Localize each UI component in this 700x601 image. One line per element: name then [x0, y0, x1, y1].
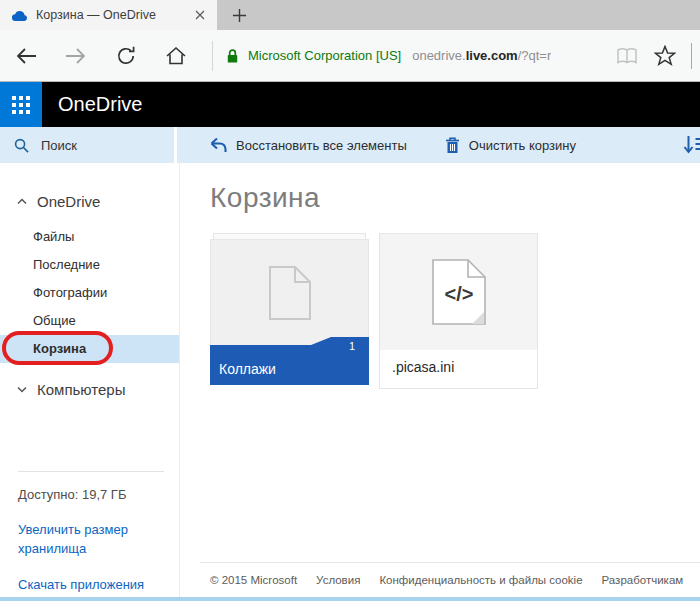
code-file-icon: </>: [431, 258, 487, 326]
site-identity: Microsoft Corporation [US]: [248, 48, 401, 63]
folder-name: Коллажи: [219, 361, 276, 377]
tile-folder-collages[interactable]: 1 Коллажи: [210, 233, 369, 389]
folder-tab-notch: [311, 337, 369, 345]
browser-tab[interactable]: Корзина — OneDrive: [0, 0, 217, 30]
sidebar-item-files[interactable]: Файлы: [0, 223, 179, 251]
empty-bin-button[interactable]: Очистить корзину: [445, 137, 576, 154]
increase-storage-link[interactable]: Увеличить размер хранилища: [18, 521, 164, 559]
sidebar-item-recycle-bin[interactable]: Корзина: [0, 335, 179, 363]
search-input[interactable]: Поиск: [0, 127, 177, 163]
chevron-down-icon: [17, 386, 27, 393]
tile-file-picasa-ini[interactable]: </> .picasa.ini: [379, 233, 538, 389]
sidebar-item-recent[interactable]: Последние: [0, 251, 179, 279]
app-launcher-button[interactable]: [0, 82, 42, 127]
home-button[interactable]: [164, 44, 188, 68]
undo-icon: [209, 137, 227, 154]
onedrive-header: OneDrive: [0, 82, 700, 127]
sort-button[interactable]: [683, 134, 700, 155]
document-placeholder-icon: [268, 265, 312, 321]
sidebar-item-photos[interactable]: Фотографии: [0, 279, 179, 307]
page-title: Корзина: [210, 182, 700, 214]
trash-icon: [445, 137, 460, 154]
footer-developers-link[interactable]: Разработчикам: [602, 574, 684, 586]
browser-tab-bar: Корзина — OneDrive: [0, 0, 700, 30]
main-content: Корзина 1 Коллажи: [180, 163, 700, 601]
svg-text:</>: </>: [444, 283, 473, 305]
file-name: .picasa.ini: [380, 350, 537, 388]
search-placeholder: Поиск: [41, 138, 77, 153]
waffle-grid-icon: [12, 96, 30, 114]
storage-available: Доступно: 19,7 ГБ: [18, 487, 164, 502]
forward-button[interactable]: [64, 44, 88, 68]
page-footer: © 2015 Microsoft Условия Конфиденциально…: [200, 562, 700, 586]
sidebar-divider: [18, 471, 164, 472]
onedrive-cloud-icon: [10, 9, 28, 22]
sidebar-item-shared[interactable]: Общие: [0, 307, 179, 335]
restore-all-button[interactable]: Восстановить все элементы: [209, 137, 407, 154]
url-text: onedrive.live.com/?qt=r: [412, 48, 551, 63]
address-bar[interactable]: Microsoft Corporation [US] onedrive.live…: [213, 47, 615, 65]
search-icon: [14, 138, 29, 153]
folder-item-count: 1: [349, 340, 355, 352]
app-title[interactable]: OneDrive: [58, 93, 142, 116]
footer-terms-link[interactable]: Условия: [316, 574, 360, 586]
tab-title: Корзина — OneDrive: [36, 8, 183, 22]
back-button[interactable]: [14, 44, 38, 68]
favorite-star-icon[interactable]: [654, 45, 676, 67]
lock-icon: [224, 47, 241, 65]
command-bar: Поиск Восстановить все элементы Очистить…: [0, 127, 700, 163]
sidebar-group-computers[interactable]: Компьютеры: [0, 377, 179, 401]
window-bottom-border: [0, 597, 700, 601]
sidebar: OneDrive Файлы Последние Фотографии Общи…: [0, 163, 180, 601]
tab-close-icon[interactable]: [191, 6, 209, 24]
toolbar-separator: [691, 43, 692, 69]
new-tab-button[interactable]: [217, 0, 261, 30]
folder-label-bar: 1 Коллажи: [210, 345, 369, 385]
browser-toolbar: Microsoft Corporation [US] onedrive.live…: [0, 30, 700, 82]
footer-privacy-link[interactable]: Конфиденциальность и файлы cookie: [379, 574, 582, 586]
reading-view-icon[interactable]: [615, 46, 639, 66]
chevron-up-icon: [17, 198, 27, 205]
refresh-button[interactable]: [114, 44, 138, 68]
sidebar-group-onedrive[interactable]: OneDrive: [0, 189, 179, 213]
footer-copyright[interactable]: © 2015 Microsoft: [210, 574, 297, 586]
